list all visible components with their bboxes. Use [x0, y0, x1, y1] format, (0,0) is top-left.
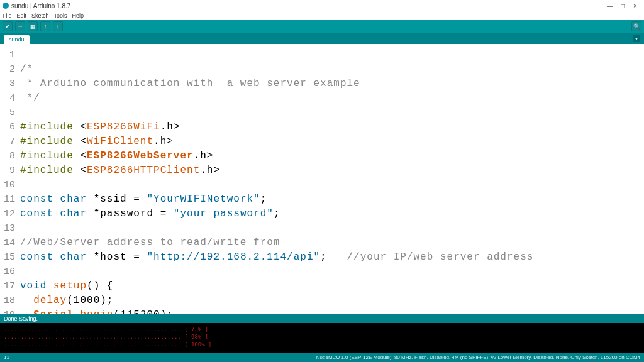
code-editor[interactable]: 1 2 3 4 5 6 7 8 9 10 11 12 13 14 15 16 1…: [0, 44, 644, 314]
status-text: Done Saving.: [4, 315, 38, 322]
tab-bar: sundu ▾: [0, 33, 644, 44]
menu-tools[interactable]: Tools: [54, 13, 67, 19]
menu-help[interactable]: Help: [72, 13, 84, 19]
menu-file[interactable]: File: [3, 13, 12, 19]
footer-bar: 11 NodeMCU 1.0 (ESP-12E Module), 80 MHz,…: [0, 353, 644, 362]
line-gutter: 1 2 3 4 5 6 7 8 9 10 11 12 13 14 15 16 1…: [0, 44, 18, 314]
app-icon: [3, 3, 9, 9]
status-bar: Done Saving.: [0, 314, 644, 323]
minimize-button[interactable]: —: [604, 3, 616, 9]
output-console[interactable]: ........................................…: [0, 323, 644, 353]
tab-menu-icon[interactable]: ▾: [633, 35, 640, 42]
maximize-button[interactable]: □: [616, 3, 629, 9]
menu-sketch[interactable]: Sketch: [31, 13, 49, 19]
window-title: sundu | Arduino 1.8.7: [11, 3, 70, 9]
title-bar: sundu | Arduino 1.8.7 — □ ×: [0, 0, 644, 11]
close-button[interactable]: ×: [629, 3, 641, 9]
footer-left: 11: [4, 354, 9, 361]
save-button[interactable]: ↓: [53, 21, 63, 31]
board-info: NodeMCU 1.0 (ESP-12E Module), 80 MHz, Fl…: [316, 354, 640, 361]
code-area[interactable]: /* * Arduino communication with a web se…: [18, 44, 644, 314]
toolbar: ✔ → ▦ ↑ ↓ 🔍: [0, 20, 644, 33]
new-button[interactable]: ▦: [28, 21, 38, 31]
open-button[interactable]: ↑: [40, 21, 50, 31]
sketch-tab[interactable]: sundu: [4, 35, 30, 44]
menu-bar: File Edit Sketch Tools Help: [0, 11, 644, 20]
verify-button[interactable]: ✔: [3, 21, 13, 31]
serial-monitor-button[interactable]: 🔍: [631, 21, 641, 31]
menu-edit[interactable]: Edit: [17, 13, 27, 19]
upload-button[interactable]: →: [15, 21, 25, 31]
